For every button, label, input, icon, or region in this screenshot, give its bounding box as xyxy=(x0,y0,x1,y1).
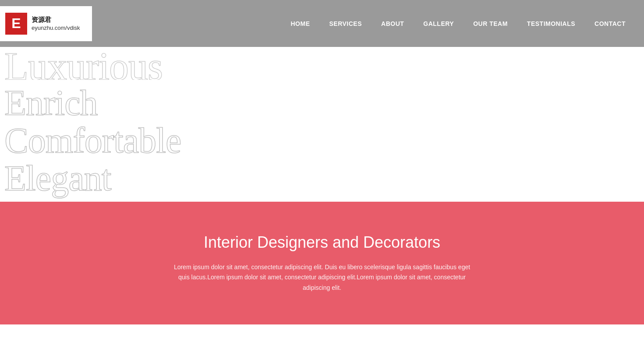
hero-partial-word: Luxurious xyxy=(0,47,644,80)
nav-testimonials[interactable]: TESTIMONIALS xyxy=(517,20,585,27)
site-header: E 资源君 eyunzhu.com/vdisk HOME SERVICES AB… xyxy=(0,0,644,47)
logo-area: E 资源君 eyunzhu.com/vdisk xyxy=(0,6,92,41)
pink-section-heading: Interior Designers and Decorators xyxy=(204,233,440,252)
hero-line-1: Enrich xyxy=(4,84,644,122)
pink-intro-section: Interior Designers and Decorators Lorem … xyxy=(0,202,644,324)
logo-text: 资源君 eyunzhu.com/vdisk xyxy=(32,15,80,32)
nav-about[interactable]: ABOUT xyxy=(372,20,414,27)
nav-home[interactable]: HOME xyxy=(281,20,319,27)
logo-letter: E xyxy=(11,15,21,32)
logo-url: eyunzhu.com/vdisk xyxy=(32,24,80,32)
pink-section-body: Lorem ipsum dolor sit amet, consectetur … xyxy=(169,262,475,293)
nav-contact[interactable]: CONTACT xyxy=(585,20,635,27)
hero-line-3: Elegant xyxy=(4,160,644,197)
hero-line-2: Comfortable xyxy=(4,122,644,160)
nav-our-team[interactable]: OUR TEAM xyxy=(464,20,517,27)
logo-brand: 资源君 xyxy=(32,15,80,24)
logo-icon: E xyxy=(5,13,27,35)
bottom-section: Our Services xyxy=(0,324,644,342)
nav-services[interactable]: SERVICES xyxy=(319,20,372,27)
main-nav: HOME SERVICES ABOUT GALLERY OUR TEAM TES… xyxy=(281,20,635,27)
nav-gallery[interactable]: GALLERY xyxy=(414,20,464,27)
hero-section: Luxurious Enrich Comfortable Elegant xyxy=(0,47,644,202)
hero-lines: Enrich Comfortable Elegant xyxy=(0,80,644,202)
